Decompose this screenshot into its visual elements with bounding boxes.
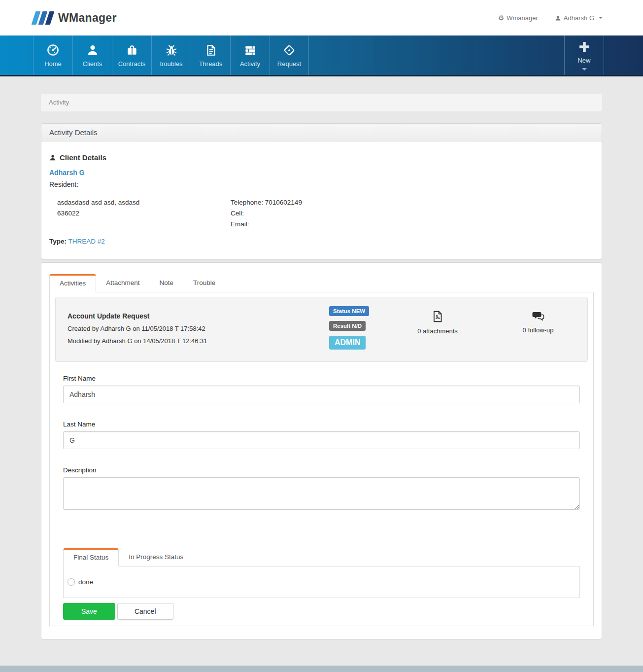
- tab-in-progress-status[interactable]: In Progress Status: [119, 548, 193, 566]
- new-button[interactable]: New: [564, 35, 604, 75]
- thread-link[interactable]: THREAD #2: [68, 238, 105, 245]
- client-contact: Telephone: 7010602149 Cell: Email:: [231, 197, 302, 230]
- done-radio-label: done: [78, 578, 93, 586]
- dashboard-icon: [46, 43, 60, 57]
- tab-note[interactable]: Note: [150, 274, 184, 292]
- done-radio[interactable]: [68, 578, 75, 586]
- last-name-field[interactable]: [63, 431, 580, 449]
- pdf-file-icon: [431, 310, 444, 323]
- activity-form: First Name Last Name Description Final S…: [55, 375, 588, 620]
- nav-item-label: Request: [277, 60, 301, 68]
- user-name: Adharsh G: [564, 14, 594, 22]
- nav-item-label: Contracts: [118, 60, 146, 68]
- tab-final-status[interactable]: Final Status: [63, 548, 119, 566]
- nav-item-label: Home: [44, 60, 62, 68]
- nav-items: Home Clients Contracts troubles Threads: [33, 35, 309, 75]
- client-details-section: Client Details Adharsh G Resident: asdas…: [41, 141, 602, 259]
- nav-item-label: troubles: [160, 60, 182, 68]
- activity-created: Created by Adharsh G on 11/05/2018 T 17:…: [68, 325, 329, 332]
- activity-modified: Modified by Adharsh G on 14/05/2018 T 12…: [68, 337, 329, 345]
- activities-tab-content: Account Update Request Created by Adhars…: [49, 292, 594, 626]
- activity-details-panel: Activity Details Client Details Adharsh …: [41, 123, 602, 259]
- brand-name: WManager: [58, 11, 117, 25]
- result-badge: Result N/D: [329, 321, 366, 331]
- email-label: Email:: [231, 219, 302, 230]
- address-line-1: asdasdasd asd asd, asdasd: [57, 197, 231, 208]
- tabs-panel: Activities Attachment Note Trouble Accou…: [41, 262, 602, 639]
- user-menu[interactable]: Adharsh G: [555, 14, 603, 22]
- form-actions: Save Cancel: [63, 603, 580, 620]
- client-details-heading: Client Details: [49, 153, 594, 162]
- activity-badges: Status NEW Result N/D ADMIN: [329, 306, 398, 350]
- nav-item-label: Activity: [240, 60, 260, 68]
- client-name-link[interactable]: Adharsh G: [49, 169, 594, 177]
- brand-logo[interactable]: WManager: [34, 11, 117, 25]
- breadcrumb-label: Activity: [49, 99, 69, 106]
- user-icon: [555, 15, 561, 21]
- admin-badge: ADMIN: [329, 336, 366, 350]
- client-address: asdasdasd asd asd, asdasd 636022: [49, 197, 231, 230]
- first-name-field[interactable]: [63, 386, 580, 403]
- nav-item-clients[interactable]: Clients: [72, 35, 112, 75]
- first-name-label: First Name: [63, 375, 580, 382]
- chevron-down-icon: [582, 68, 587, 71]
- gear-icon: ⚙: [498, 14, 505, 21]
- panel-title: Activity Details: [41, 124, 602, 141]
- new-button-label: New: [577, 57, 590, 64]
- plus-icon: [577, 40, 591, 54]
- tag-icon: [283, 43, 296, 57]
- chevron-down-icon: [599, 17, 603, 19]
- type-label: Type:: [49, 238, 67, 245]
- cancel-button[interactable]: Cancel: [117, 603, 173, 620]
- cell-label: Cell:: [231, 208, 302, 219]
- nav-item-label: Clients: [83, 60, 102, 68]
- nav-item-home[interactable]: Home: [33, 35, 72, 75]
- nav-item-activity[interactable]: Activity: [230, 35, 270, 75]
- description-label: Description: [63, 466, 580, 474]
- activity-card: Account Update Request Created by Adhars…: [55, 297, 588, 362]
- document-icon: [204, 43, 217, 57]
- client-details-title: Client Details: [60, 153, 106, 162]
- final-status-content: done: [63, 566, 580, 598]
- nav-item-contracts[interactable]: Contracts: [112, 35, 151, 75]
- telephone-value: Telephone: 7010602149: [231, 197, 302, 208]
- clients-icon: [86, 43, 99, 57]
- tab-attachment[interactable]: Attachment: [96, 274, 149, 292]
- header-links: ⚙ Wmanager Adharsh G: [498, 0, 603, 35]
- list-icon: [244, 43, 257, 57]
- bug-icon: [165, 43, 178, 57]
- briefcase-icon: [126, 43, 138, 57]
- wmanager-settings-link[interactable]: ⚙ Wmanager: [498, 14, 538, 22]
- save-button[interactable]: Save: [63, 603, 115, 620]
- attachments-label: 0 attachments: [417, 327, 458, 335]
- brand-logo-icon: [34, 11, 52, 25]
- tab-trouble[interactable]: Trouble: [183, 274, 225, 292]
- wmanager-link-label: Wmanager: [507, 14, 538, 22]
- nav-item-threads[interactable]: Threads: [191, 35, 230, 75]
- attachments-counter: 0 attachments: [398, 306, 477, 335]
- description-field[interactable]: [63, 477, 580, 510]
- tab-bar: Activities Attachment Note Trouble: [49, 274, 594, 292]
- status-tab-bar: Final Status In Progress Status: [63, 548, 580, 566]
- resident-label: Resident:: [49, 180, 594, 188]
- address-line-2: 636022: [57, 208, 231, 219]
- status-badge: Status NEW: [329, 306, 369, 316]
- nav-item-label: Threads: [199, 60, 223, 68]
- nav-item-troubles[interactable]: troubles: [151, 35, 191, 75]
- followup-counter: 0 follow-up: [499, 306, 577, 334]
- page-footer: Jamain Social and Services s.r.l. © 2017: [0, 666, 643, 672]
- comments-icon: [531, 310, 545, 322]
- breadcrumb: Activity: [41, 94, 602, 111]
- followup-label: 0 follow-up: [523, 326, 554, 334]
- user-icon: [49, 154, 56, 161]
- activity-card-info: Account Update Request Created by Adhars…: [68, 306, 329, 345]
- main-navbar: Home Clients Contracts troubles Threads: [0, 35, 643, 76]
- tab-activities[interactable]: Activities: [49, 274, 96, 292]
- activity-title: Account Update Request: [68, 312, 329, 320]
- status-widget: Final Status In Progress Status done: [63, 548, 580, 598]
- done-radio-row[interactable]: done: [68, 578, 93, 586]
- top-header: WManager ⚙ Wmanager Adharsh G: [0, 0, 643, 35]
- nav-item-request[interactable]: Request: [270, 35, 309, 75]
- last-name-label: Last Name: [63, 421, 580, 428]
